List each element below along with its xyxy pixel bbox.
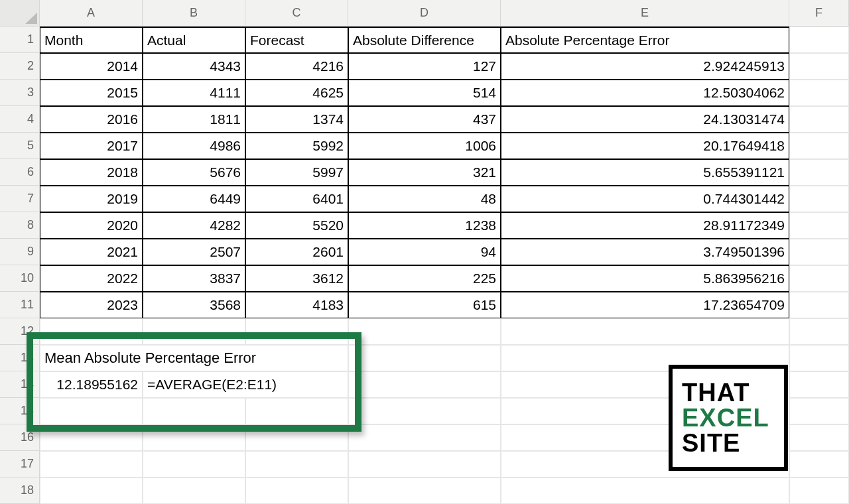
- column-header-E[interactable]: E: [501, 0, 789, 27]
- cell-A13[interactable]: Mean Absolute Percentage Error: [40, 345, 348, 371]
- cell-C8[interactable]: 5520: [245, 212, 348, 239]
- cell-F13[interactable]: [789, 345, 849, 371]
- cell-F4[interactable]: [789, 106, 849, 133]
- row-header-1[interactable]: 1: [0, 27, 40, 53]
- cell-C1[interactable]: Forecast: [245, 27, 348, 53]
- cell-E4[interactable]: 24.13031474: [501, 106, 789, 133]
- cell-B11[interactable]: 3568: [143, 292, 245, 318]
- row-header-14[interactable]: 14: [0, 371, 40, 398]
- cell-B18[interactable]: [143, 477, 245, 504]
- cell-F7[interactable]: [789, 186, 849, 212]
- row-header-10[interactable]: 10: [0, 265, 40, 292]
- cell-D13[interactable]: [348, 345, 501, 371]
- cell-F9[interactable]: [789, 239, 849, 265]
- cell-D7[interactable]: 48: [348, 186, 501, 212]
- cell-D8[interactable]: 1238: [348, 212, 501, 239]
- cell-C6[interactable]: 5997: [245, 159, 348, 186]
- cell-A7[interactable]: 2019: [40, 186, 143, 212]
- cell-B6[interactable]: 5676: [143, 159, 245, 186]
- cell-E9[interactable]: 3.749501396: [501, 239, 789, 265]
- cell-F8[interactable]: [789, 212, 849, 239]
- cell-B16[interactable]: [143, 424, 245, 451]
- cell-A6[interactable]: 2018: [40, 159, 143, 186]
- column-header-F[interactable]: F: [789, 0, 849, 27]
- cell-F2[interactable]: [789, 53, 849, 80]
- cell-E11[interactable]: 17.23654709: [501, 292, 789, 318]
- cell-E3[interactable]: 12.50304062: [501, 80, 789, 106]
- cell-B1[interactable]: Actual: [143, 27, 245, 53]
- cell-F5[interactable]: [789, 133, 849, 159]
- cell-E8[interactable]: 28.91172349: [501, 212, 789, 239]
- cell-A9[interactable]: 2021: [40, 239, 143, 265]
- cell-A18[interactable]: [40, 477, 143, 504]
- cell-A14[interactable]: 12.18955162: [40, 371, 143, 398]
- cell-E1[interactable]: Absolute Percentage Error: [501, 27, 789, 53]
- cell-F6[interactable]: [789, 159, 849, 186]
- cell-D17[interactable]: [348, 451, 501, 477]
- row-header-9[interactable]: 9: [0, 239, 40, 265]
- cell-D11[interactable]: 615: [348, 292, 501, 318]
- cell-C15[interactable]: [245, 398, 348, 424]
- cell-E5[interactable]: 20.17649418: [501, 133, 789, 159]
- row-header-11[interactable]: 11: [0, 292, 40, 318]
- cell-C16[interactable]: [245, 424, 348, 451]
- cell-C17[interactable]: [245, 451, 348, 477]
- row-header-4[interactable]: 4: [0, 106, 40, 133]
- cell-A17[interactable]: [40, 451, 143, 477]
- cell-F12[interactable]: [789, 318, 849, 345]
- column-header-B[interactable]: B: [143, 0, 245, 27]
- row-header-6[interactable]: 6: [0, 159, 40, 186]
- cell-A1[interactable]: Month: [40, 27, 143, 53]
- cell-A5[interactable]: 2017: [40, 133, 143, 159]
- cell-A4[interactable]: 2016: [40, 106, 143, 133]
- cell-A2[interactable]: 2014: [40, 53, 143, 80]
- cell-C7[interactable]: 6401: [245, 186, 348, 212]
- cell-C18[interactable]: [245, 477, 348, 504]
- cell-C10[interactable]: 3612: [245, 265, 348, 292]
- row-header-8[interactable]: 8: [0, 212, 40, 239]
- cell-B9[interactable]: 2507: [143, 239, 245, 265]
- cell-A3[interactable]: 2015: [40, 80, 143, 106]
- cell-E7[interactable]: 0.744301442: [501, 186, 789, 212]
- cell-A10[interactable]: 2022: [40, 265, 143, 292]
- cell-B15[interactable]: [143, 398, 245, 424]
- row-header-5[interactable]: 5: [0, 133, 40, 159]
- cell-A12[interactable]: [40, 318, 143, 345]
- cell-D1[interactable]: Absolute Difference: [348, 27, 501, 53]
- cell-B12[interactable]: [143, 318, 245, 345]
- cell-D3[interactable]: 514: [348, 80, 501, 106]
- cell-C5[interactable]: 5992: [245, 133, 348, 159]
- row-header-7[interactable]: 7: [0, 186, 40, 212]
- cell-E6[interactable]: 5.655391121: [501, 159, 789, 186]
- cell-B17[interactable]: [143, 451, 245, 477]
- cell-F3[interactable]: [789, 80, 849, 106]
- cell-B3[interactable]: 4111: [143, 80, 245, 106]
- cell-E12[interactable]: [501, 318, 789, 345]
- cell-A8[interactable]: 2020: [40, 212, 143, 239]
- cell-D10[interactable]: 225: [348, 265, 501, 292]
- cell-F17[interactable]: [789, 451, 849, 477]
- row-header-13[interactable]: 13: [0, 345, 40, 371]
- column-header-A[interactable]: A: [40, 0, 143, 27]
- row-header-17[interactable]: 17: [0, 451, 40, 477]
- cell-C12[interactable]: [245, 318, 348, 345]
- cell-F14[interactable]: [789, 371, 849, 398]
- column-header-C[interactable]: C: [245, 0, 348, 27]
- cell-B10[interactable]: 3837: [143, 265, 245, 292]
- cell-D6[interactable]: 321: [348, 159, 501, 186]
- cell-E2[interactable]: 2.924245913: [501, 53, 789, 80]
- cell-C3[interactable]: 4625: [245, 80, 348, 106]
- cell-D18[interactable]: [348, 477, 501, 504]
- cell-C2[interactable]: 4216: [245, 53, 348, 80]
- cell-D2[interactable]: 127: [348, 53, 501, 80]
- row-header-2[interactable]: 2: [0, 53, 40, 80]
- cell-C11[interactable]: 4183: [245, 292, 348, 318]
- cell-D15[interactable]: [348, 398, 501, 424]
- cell-D16[interactable]: [348, 424, 501, 451]
- column-header-D[interactable]: D: [348, 0, 501, 27]
- cell-C4[interactable]: 1374: [245, 106, 348, 133]
- select-all-corner[interactable]: [0, 0, 40, 27]
- cell-F18[interactable]: [789, 477, 849, 504]
- cell-B8[interactable]: 4282: [143, 212, 245, 239]
- cell-D14[interactable]: [348, 371, 501, 398]
